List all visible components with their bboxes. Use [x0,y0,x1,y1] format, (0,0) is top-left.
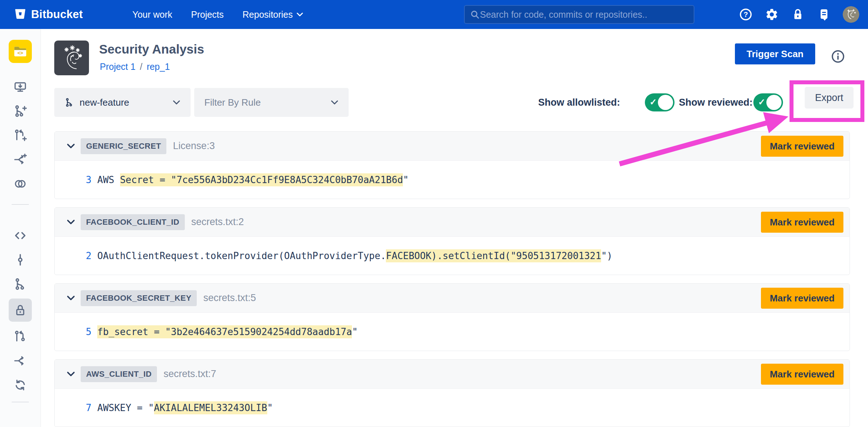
finding-location: License:3 [173,140,215,152]
trigger-scan-button[interactable]: Trigger Scan [735,43,815,64]
line-number: 3 [55,174,92,185]
branch-icon [64,97,75,107]
rule-badge: FACEBOOK_SECRET_KEY [81,290,197,306]
check-icon: ✓ [758,97,765,107]
collapse-chevron-icon[interactable] [66,141,76,151]
show-allowlisted-toggle[interactable]: ✓ [645,93,675,111]
collapse-chevron-icon[interactable] [66,369,76,379]
secret-highlight: Secret = "7ce556A3bD234Cc1Ff9E8A5C324C0b… [120,173,403,186]
bitbucket-logo[interactable]: Bitbucket [14,0,83,29]
code-line: OAuthClientRequest.tokenProvider(OAuthPr… [97,250,612,261]
commits-icon[interactable] [12,252,28,268]
finding-card: GENERIC_SECRET License:3 Mark reviewed 3… [54,131,850,199]
repo-avatar-large [54,41,89,75]
nav-links: Your work Projects Repositories [132,0,303,29]
finding-location: secrets.txt:5 [203,292,256,304]
top-navbar: Bitbucket Your work Projects Repositorie… [0,0,868,29]
filter-by-rule-dropdown[interactable]: Filter By Rule [194,88,349,117]
show-reviewed-toggle[interactable]: ✓ [753,93,783,111]
finding-card: FACEBOOK_SECRET_KEY secrets.txt:5 Mark r… [54,283,850,351]
create-branch-icon[interactable] [12,103,28,119]
forks-icon[interactable] [12,353,28,369]
svg-text:<>: <> [17,50,24,56]
settings-gear-icon[interactable] [765,7,779,22]
sidebar-divider [12,204,29,205]
branch-selector-dropdown[interactable]: new-feature [54,88,191,117]
security-lock-icon[interactable] [9,299,32,322]
svg-text:?: ? [744,10,748,18]
toggle-knob [658,95,673,110]
fork-plus-icon[interactable] [12,152,28,168]
finding-card: AWS_CLIENT_ID secrets.txt:7 Mark reviewe… [54,359,850,427]
finding-header[interactable]: GENERIC_SECRET License:3 Mark reviewed [55,132,850,161]
toggle-knob [766,95,782,110]
collapse-chevron-icon[interactable] [66,293,76,303]
search-icon [470,9,480,20]
page-title: Security Analysis [99,42,204,56]
secret-highlight: AKIALALEMEL33243OLIB [154,401,267,414]
info-icon[interactable] [831,49,845,64]
finding-card: FACEBOOK_CLIENT_ID secrets.txt:2 Mark re… [54,207,850,275]
breadcrumb-project-link[interactable]: Project 1 [100,62,136,72]
export-button[interactable]: Export [805,87,854,109]
sidebar-divider-bottom [12,402,29,402]
line-number: 2 [55,250,92,261]
mark-reviewed-button[interactable]: Mark reviewed [761,136,843,157]
rule-badge: GENERIC_SECRET [81,138,166,154]
mark-reviewed-button[interactable]: Mark reviewed [761,288,843,309]
line-number: 5 [55,326,92,337]
clone-icon[interactable] [12,79,28,95]
branch-selected-label: new-feature [80,97,129,108]
nav-your-work[interactable]: Your work [132,9,172,20]
help-icon[interactable]: ? [739,7,753,22]
mark-reviewed-button[interactable]: Mark reviewed [761,364,843,385]
finding-code-row: 7 AWSKEY = "AKIALALEMEL33243OLIB" [55,389,850,427]
mark-reviewed-button[interactable]: Mark reviewed [761,212,843,233]
source-code-icon[interactable] [12,228,28,244]
repo-sidebar: <> [0,29,41,427]
chevron-down-icon [297,12,303,17]
chevron-down-icon [173,100,180,105]
nav-repositories[interactable]: Repositories [243,9,303,20]
code-line: AWS Secret = "7ce556A3bD234Cc1Ff9E8A5C32… [97,174,409,185]
rule-badge: AWS_CLIENT_ID [81,366,157,382]
finding-location: secrets.txt:7 [163,368,216,380]
code-line: AWSKEY = "AKIALALEMEL33243OLIB" [97,402,273,413]
nav-projects[interactable]: Projects [191,9,224,20]
feedback-icon[interactable] [817,7,831,22]
nav-icon-group: ? [739,0,859,29]
create-pull-request-icon[interactable] [12,127,28,143]
brand-name: Bitbucket [31,8,83,21]
breadcrumb: Project 1 / rep_1 [100,62,170,72]
search-input[interactable] [480,9,689,20]
secret-highlight: FACEBOOK).setClientId("950513172001321 [386,249,601,262]
finding-header[interactable]: FACEBOOK_CLIENT_ID secrets.txt:2 Mark re… [55,208,850,237]
bitbucket-security-page: Bitbucket Your work Projects Repositorie… [0,0,868,427]
breadcrumb-separator: / [140,62,142,72]
finding-location: secrets.txt:2 [191,216,244,228]
branches-icon[interactable] [12,276,28,292]
repo-avatar-small[interactable]: <> [9,40,32,63]
code-line: fb_secret = "3b2e464637e5159024254dd78aa… [97,326,358,337]
check-icon: ✓ [650,97,657,107]
lock-icon[interactable] [791,7,805,22]
show-reviewed-label: Show reviewed: [679,88,753,117]
rule-badge: FACEBOOK_CLIENT_ID [81,214,185,230]
pull-requests-icon[interactable] [12,329,28,344]
finding-header[interactable]: FACEBOOK_SECRET_KEY secrets.txt:5 Mark r… [55,284,850,313]
finding-code-row: 5 fb_secret = "3b2e464637e5159024254dd78… [55,313,850,351]
user-avatar[interactable] [843,6,859,23]
compare-icon[interactable] [12,176,28,192]
finding-code-row: 2 OAuthClientRequest.tokenProvider(OAuth… [55,237,850,275]
finding-header[interactable]: AWS_CLIENT_ID secrets.txt:7 Mark reviewe… [55,360,850,389]
pipelines-sync-icon[interactable] [12,377,28,393]
line-number: 7 [55,402,92,413]
rule-filter-placeholder: Filter By Rule [204,97,261,108]
collapse-chevron-icon[interactable] [66,217,76,227]
finding-code-row: 3 AWS Secret = "7ce556A3bD234Cc1Ff9E8A5C… [55,161,850,199]
global-search[interactable] [464,5,694,24]
bitbucket-bucket-icon [14,7,27,22]
secret-highlight: fb_secret = "3b2e464637e5159024254dd78aa… [97,325,352,338]
breadcrumb-repo-link[interactable]: rep_1 [147,62,170,72]
chevron-down-icon [331,100,339,105]
